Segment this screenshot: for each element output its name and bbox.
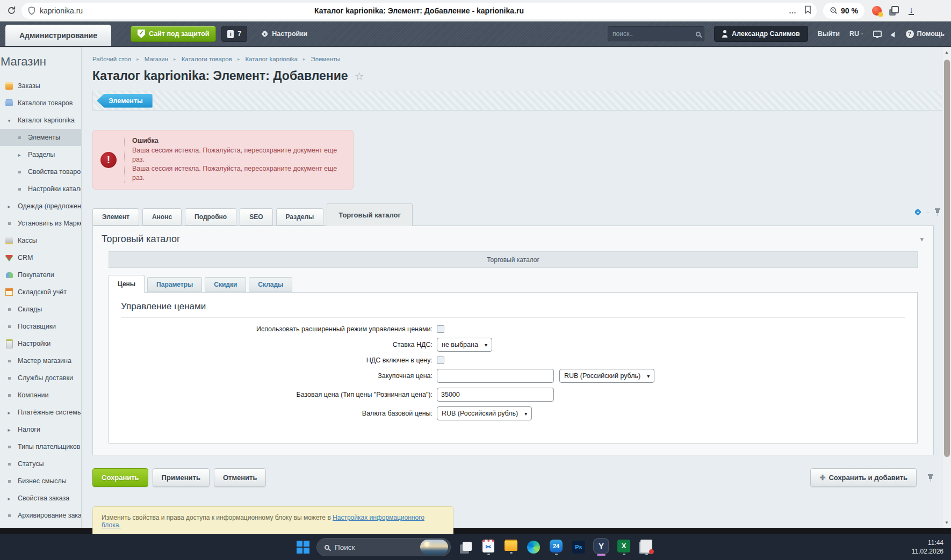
admin-search-input[interactable] bbox=[613, 30, 696, 38]
sidebar-item[interactable]: Кассы bbox=[0, 232, 81, 249]
taskbar-edge[interactable] bbox=[524, 541, 543, 554]
tab-Разделы[interactable]: Разделы bbox=[276, 208, 324, 226]
bookmark-icon[interactable] bbox=[804, 5, 811, 16]
sidebar-item[interactable]: Компании bbox=[0, 387, 81, 404]
sidebar-item[interactable]: Настройки каталога bbox=[0, 180, 81, 198]
sidebar-item[interactable]: Установить из Маркетпл bbox=[0, 215, 81, 232]
sidebar-item[interactable]: Мастер магазина bbox=[0, 352, 81, 369]
sidebar-item[interactable]: ▾Каталог kaprionika bbox=[0, 112, 81, 129]
breadcrumb-link[interactable]: Магазин bbox=[145, 56, 168, 62]
collapse-panel-icon[interactable]: ▾ bbox=[920, 235, 924, 243]
tab-groups-icon[interactable] bbox=[891, 6, 899, 13]
price-subtabs: ЦеныПараметрыСкидкиСклады bbox=[109, 275, 918, 292]
tab-Торговый каталог[interactable]: Торговый каталог bbox=[327, 203, 413, 226]
tab-settings-gear-icon[interactable] bbox=[914, 209, 921, 216]
taskbar-remote-app[interactable] bbox=[637, 540, 656, 555]
taskbar-excel[interactable]: X bbox=[614, 540, 633, 555]
sidebar-item[interactable]: Службы доставки bbox=[0, 369, 81, 387]
pin-actions-icon[interactable] bbox=[927, 474, 934, 482]
sidebar-item[interactable]: Элементы bbox=[0, 129, 81, 146]
sidebar-item[interactable]: Типы плательщиков bbox=[0, 438, 81, 455]
checkbox[interactable] bbox=[437, 357, 444, 364]
sidebar-item[interactable]: ▸Свойства заказа bbox=[0, 490, 81, 507]
more-options-icon[interactable]: … bbox=[789, 6, 797, 15]
tab-SEO[interactable]: SEO bbox=[240, 208, 272, 226]
desktop-mode-icon[interactable] bbox=[873, 31, 882, 37]
browser-scrollbar[interactable]: ▲ ▼ bbox=[942, 47, 951, 528]
sidebar-item[interactable]: CRM bbox=[0, 249, 81, 266]
taskbar-search[interactable]: Поиск bbox=[316, 538, 451, 556]
logout-link[interactable]: Выйти bbox=[818, 30, 840, 38]
scroll-up-icon[interactable]: ▲ bbox=[945, 47, 949, 57]
select[interactable]: RUB (Российский рубль)▾ bbox=[437, 406, 532, 420]
subtab-Склады[interactable]: Склады bbox=[249, 277, 292, 292]
site-protected-button[interactable]: ✓ Сайт под защитой bbox=[131, 26, 216, 42]
pin-icon[interactable] bbox=[934, 208, 941, 216]
sidebar-item[interactable]: Каталоги товаров bbox=[0, 94, 81, 112]
address-bar[interactable]: kaprionika.ru Каталог kaprionika: Элемен… bbox=[21, 3, 817, 19]
user-menu-button[interactable]: Александр Салимов bbox=[714, 26, 808, 42]
language-selector[interactable]: RU bbox=[849, 30, 863, 38]
subtab-Скидки[interactable]: Скидки bbox=[205, 277, 246, 292]
taskbar-file-explorer[interactable] bbox=[501, 541, 521, 554]
apply-button[interactable]: Применить bbox=[153, 468, 210, 487]
sidebar-item[interactable]: Статусы bbox=[0, 455, 81, 472]
taskbar-task-view[interactable] bbox=[456, 544, 475, 551]
checkbox[interactable] bbox=[437, 325, 444, 333]
sidebar-item[interactable]: Покупатели bbox=[0, 266, 81, 283]
save-button[interactable]: Сохранить bbox=[92, 468, 148, 487]
panel-title: Торговый каталог bbox=[102, 234, 181, 245]
sidebar-item[interactable]: ▸Одежда (предложения) bbox=[0, 198, 81, 215]
sidebar-item[interactable]: Склады bbox=[0, 301, 81, 318]
sidebar-item[interactable]: ▸Налоги bbox=[0, 421, 81, 438]
weather-widget[interactable] bbox=[420, 540, 448, 555]
scroll-down-icon[interactable]: ▼ bbox=[945, 518, 949, 528]
tab-Подробно[interactable]: Подробно bbox=[185, 208, 236, 226]
breadcrumb-link[interactable]: Рабочий стол bbox=[92, 56, 131, 62]
open-indicator bbox=[510, 552, 513, 554]
breadcrumb-link[interactable]: Элементы bbox=[311, 56, 340, 62]
admin-search[interactable] bbox=[608, 26, 704, 41]
taskbar-photoshop[interactable]: Ps bbox=[569, 541, 588, 554]
tab-Анонс[interactable]: Анонс bbox=[142, 208, 182, 226]
sidebar-item[interactable]: Поставщики bbox=[0, 318, 81, 335]
breadcrumb-link[interactable]: Каталоги товаров bbox=[182, 56, 232, 62]
taskbar-mail24[interactable]: 24 bbox=[546, 540, 566, 555]
taskbar-clock[interactable]: 11:44 11.02.2026 bbox=[912, 539, 943, 556]
zoom-control[interactable]: 90 % bbox=[823, 3, 864, 19]
start-button[interactable] bbox=[295, 539, 311, 555]
scrollbar-thumb[interactable] bbox=[944, 60, 950, 457]
text-input[interactable] bbox=[437, 369, 554, 383]
sidebar-item[interactable]: Бизнес смыслы bbox=[0, 472, 81, 490]
elements-nav-chip[interactable]: Элементы bbox=[97, 94, 153, 108]
reload-icon[interactable] bbox=[4, 4, 18, 18]
cancel-button[interactable]: Отменить bbox=[214, 468, 266, 487]
tab-Элемент[interactable]: Элемент bbox=[92, 208, 139, 226]
taskbar-snipping-tool[interactable]: ✂ bbox=[479, 540, 498, 555]
site-security-icon[interactable] bbox=[28, 6, 35, 15]
taskbar-yandex-browser[interactable]: Y bbox=[592, 539, 611, 556]
admin-settings-button[interactable]: Настройки bbox=[261, 30, 307, 38]
subtab-Параметры[interactable]: Параметры bbox=[147, 277, 202, 292]
sidebar-item[interactable]: Настройки bbox=[0, 335, 81, 352]
sidebar-item[interactable]: Складской учёт bbox=[0, 283, 81, 301]
sidebar-item[interactable]: Заказы bbox=[0, 77, 81, 94]
notifications-counter-button[interactable]: i 7 bbox=[221, 26, 247, 42]
sidebar-item[interactable]: Свойства товаров bbox=[0, 163, 81, 180]
sidebar-item[interactable]: ▸Разделы bbox=[0, 146, 81, 163]
sidebar-item[interactable]: Архивирование заказов bbox=[0, 507, 81, 524]
subtab-Цены[interactable]: Цены bbox=[109, 275, 145, 293]
tab-administration[interactable]: Администрирование bbox=[5, 25, 111, 46]
select[interactable]: RUB (Российский рубль)▾ bbox=[559, 369, 654, 383]
save-and-add-button[interactable]: ✚Сохранить и добавить bbox=[810, 468, 917, 487]
downloads-icon[interactable]: ↓ bbox=[909, 6, 914, 15]
sidebar-item[interactable]: ▸Платёжные системы bbox=[0, 404, 81, 421]
help-button[interactable]: ? Помощь bbox=[906, 30, 945, 38]
select[interactable]: не выбрана▾ bbox=[437, 338, 492, 352]
breadcrumb-link[interactable]: Каталог kaprionika bbox=[245, 56, 297, 62]
text-input[interactable] bbox=[437, 388, 554, 402]
extension-icon[interactable] bbox=[872, 6, 882, 16]
favorite-star-icon[interactable]: ☆ bbox=[355, 70, 364, 83]
pointer-icon[interactable] bbox=[890, 31, 897, 37]
error-title: Ошибка bbox=[132, 137, 345, 144]
